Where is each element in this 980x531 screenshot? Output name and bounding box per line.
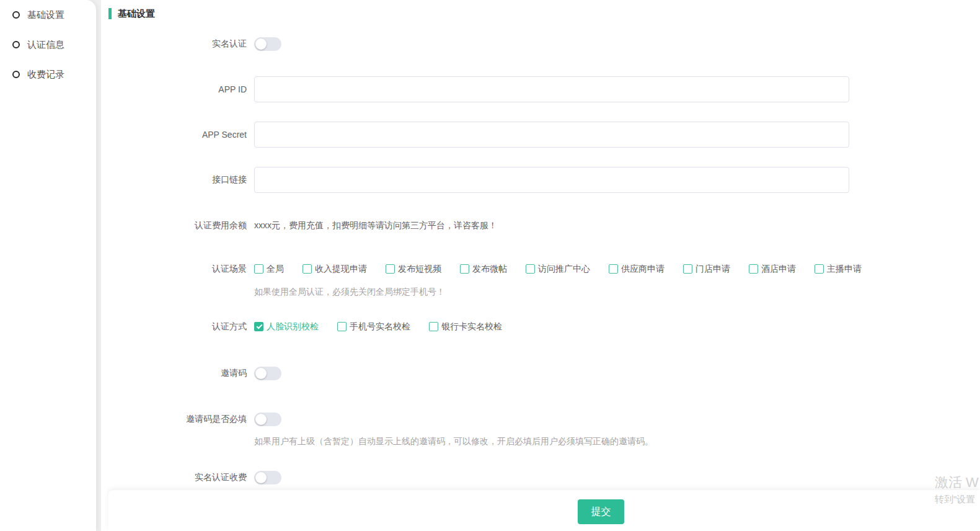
checkbox-icon (429, 322, 438, 331)
checkbox-option-store-apply[interactable]: 门店申请 (683, 264, 730, 275)
checkbox-icon (460, 264, 469, 274)
checkbox-icon (526, 264, 535, 274)
auth-fee-balance-text: xxxx元，费用充值，扣费明细等请访问第三方平台，详咨客服！ (254, 220, 497, 231)
checkbox-option-withdraw-apply[interactable]: 收入提现申请 (302, 264, 367, 275)
form-row-real-name-auth-fee: 实名认证收费 (108, 471, 980, 484)
sidebar-item-auth-info[interactable]: 认证信息 (12, 37, 96, 52)
field-label: APP ID (108, 84, 247, 94)
form-row-invite-code: 邀请码 (108, 367, 980, 380)
sidebar-item-basic-settings[interactable]: 基础设置 (12, 7, 96, 22)
footer-bar: 提交 (108, 490, 980, 531)
radio-circle-icon (12, 11, 20, 19)
submit-button[interactable]: 提交 (578, 499, 624, 524)
api-link-input[interactable] (254, 167, 849, 193)
toggle-knob (255, 38, 267, 50)
checkbox-option-bankcard-check[interactable]: 银行卡实名校检 (429, 321, 502, 332)
sidebar-item-fee-records[interactable]: 收费记录 (12, 67, 96, 82)
field-label: 实名认证 (108, 38, 247, 50)
main-panel: 基础设置 实名认证 APP ID APP Secret 接口链接 认证费用余额 … (101, 0, 980, 531)
page-title: 基础设置 (118, 8, 155, 20)
checkbox-icon (814, 264, 824, 274)
auth-scenes-hint-row: 如果使用全局认证，必须先关闭全局绑定手机号！ (108, 287, 980, 298)
invite-code-hint: 如果用户有上级（含暂定）自动显示上线的邀请码，可以修改，开启必填后用户必须填写正… (254, 436, 653, 447)
form-row-real-name-auth: 实名认证 (108, 37, 980, 51)
checkbox-option-promo-center[interactable]: 访问推广中心 (526, 264, 590, 275)
checkbox-icon (749, 264, 758, 274)
checkbox-icon (254, 322, 263, 331)
toggle-knob (255, 414, 267, 425)
field-label: APP Secret (108, 130, 247, 140)
checkbox-icon (386, 264, 395, 274)
form-row-app-id: APP ID (108, 76, 980, 102)
form-row-auth-fee-balance: 认证费用余额 xxxx元，费用充值，扣费明细等请访问第三方平台，详咨客服！ (108, 220, 980, 231)
radio-circle-icon (12, 41, 20, 48)
form-row-app-secret: APP Secret (108, 122, 980, 148)
field-label: 认证场景 (108, 263, 247, 275)
checkbox-option-global[interactable]: 全局 (254, 264, 284, 275)
checkbox-option-supplier-apply[interactable]: 供应商申请 (609, 264, 664, 275)
form-row-auth-methods: 认证方式 人脸识别校检 手机号实名校检 银行卡实名校检 (108, 321, 980, 332)
form-row-invite-code-required: 邀请码是否必填 (108, 413, 980, 426)
checkbox-option-hotel-apply[interactable]: 酒店申请 (749, 264, 796, 275)
invite-code-toggle[interactable] (254, 367, 281, 380)
toggle-knob (255, 368, 267, 379)
app-secret-input[interactable] (254, 122, 849, 148)
form-row-api-link: 接口链接 (108, 167, 980, 193)
title-accent-bar (108, 8, 112, 19)
field-label: 接口链接 (108, 174, 247, 185)
checkbox-option-short-video[interactable]: 发布短视频 (386, 264, 441, 275)
field-label: 邀请码 (108, 368, 247, 379)
checkbox-icon (683, 264, 692, 274)
checkbox-option-micro-post[interactable]: 发布微帖 (460, 264, 507, 275)
sidebar-item-label: 收费记录 (27, 69, 64, 81)
field-label: 实名认证收费 (108, 472, 247, 483)
checkbox-option-face-check[interactable]: 人脸识别校检 (254, 321, 319, 332)
field-label: 认证方式 (108, 321, 247, 332)
sidebar: 基础设置 认证信息 收费记录 (0, 0, 96, 531)
checkbox-option-phone-check[interactable]: 手机号实名校检 (337, 321, 410, 332)
invite-code-required-toggle[interactable] (254, 413, 281, 426)
radio-circle-icon (12, 71, 20, 78)
checkbox-option-anchor-apply[interactable]: 主播申请 (814, 264, 862, 275)
field-label: 邀请码是否必填 (108, 414, 247, 425)
form-row-auth-scenes: 认证场景 全局 收入提现申请 发布短视频 发布微帖 访问推广中心 (108, 263, 980, 275)
sidebar-item-label: 认证信息 (27, 39, 64, 51)
checkbox-icon (302, 264, 312, 274)
checkbox-icon (254, 264, 263, 274)
sidebar-item-label: 基础设置 (27, 9, 64, 21)
field-label: 认证费用余额 (108, 220, 247, 231)
invite-code-hint-row: 如果用户有上级（含暂定）自动显示上线的邀请码，可以修改，开启必填后用户必须填写正… (108, 436, 980, 447)
real-name-auth-toggle[interactable] (254, 37, 281, 51)
checkbox-icon (609, 264, 618, 274)
app-id-input[interactable] (254, 76, 849, 102)
real-name-auth-fee-toggle[interactable] (254, 471, 281, 484)
toggle-knob (255, 472, 267, 483)
checkbox-icon (337, 322, 347, 331)
auth-scenes-hint: 如果使用全局认证，必须先关闭全局绑定手机号！ (254, 287, 445, 298)
